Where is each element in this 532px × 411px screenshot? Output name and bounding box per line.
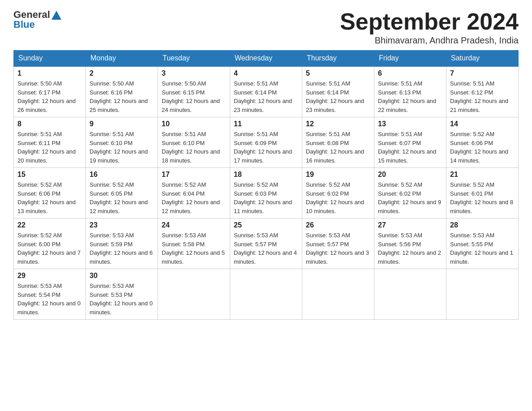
table-row: 2 Sunrise: 5:50 AM Sunset: 6:16 PM Dayli… <box>86 66 158 117</box>
day-info: Sunrise: 5:53 AM Sunset: 5:57 PM Dayligh… <box>306 231 370 266</box>
table-row: 27 Sunrise: 5:53 AM Sunset: 5:56 PM Dayl… <box>374 218 446 269</box>
day-number: 17 <box>162 171 226 179</box>
day-info: Sunrise: 5:52 AM Sunset: 6:05 PM Dayligh… <box>90 180 154 215</box>
table-row: 21 Sunrise: 5:52 AM Sunset: 6:01 PM Dayl… <box>446 168 519 218</box>
day-number: 7 <box>450 69 515 77</box>
day-number: 14 <box>450 120 515 128</box>
day-info: Sunrise: 5:53 AM Sunset: 5:58 PM Dayligh… <box>162 231 226 266</box>
day-number: 25 <box>234 221 298 229</box>
day-info: Sunrise: 5:53 AM Sunset: 5:54 PM Dayligh… <box>17 282 82 317</box>
calendar-week-row: 22 Sunrise: 5:52 AM Sunset: 6:00 PM Dayl… <box>14 218 519 269</box>
day-info: Sunrise: 5:52 AM Sunset: 6:01 PM Dayligh… <box>450 180 515 215</box>
day-number: 18 <box>234 171 298 179</box>
day-info: Sunrise: 5:52 AM Sunset: 6:06 PM Dayligh… <box>450 130 515 165</box>
table-row: 12 Sunrise: 5:51 AM Sunset: 6:08 PM Dayl… <box>302 117 374 168</box>
table-row: 9 Sunrise: 5:51 AM Sunset: 6:10 PM Dayli… <box>86 117 158 168</box>
day-info: Sunrise: 5:51 AM Sunset: 6:12 PM Dayligh… <box>450 79 515 114</box>
calendar-week-row: 29 Sunrise: 5:53 AM Sunset: 5:54 PM Dayl… <box>14 269 519 320</box>
day-info: Sunrise: 5:51 AM Sunset: 6:10 PM Dayligh… <box>162 130 226 165</box>
day-info: Sunrise: 5:52 AM Sunset: 6:06 PM Dayligh… <box>17 180 82 215</box>
day-info: Sunrise: 5:53 AM Sunset: 5:55 PM Dayligh… <box>450 231 515 266</box>
day-number: 21 <box>450 171 515 179</box>
calendar-week-row: 1 Sunrise: 5:50 AM Sunset: 6:17 PM Dayli… <box>14 66 519 117</box>
col-friday: Friday <box>374 51 446 67</box>
day-info: Sunrise: 5:53 AM Sunset: 5:57 PM Dayligh… <box>234 231 298 266</box>
table-row: 11 Sunrise: 5:51 AM Sunset: 6:09 PM Dayl… <box>230 117 302 168</box>
table-row: 8 Sunrise: 5:51 AM Sunset: 6:11 PM Dayli… <box>14 117 86 168</box>
header-row: Sunday Monday Tuesday Wednesday Thursday… <box>14 51 519 67</box>
table-row: 18 Sunrise: 5:52 AM Sunset: 6:03 PM Dayl… <box>230 168 302 218</box>
day-number: 5 <box>306 69 370 77</box>
day-number: 26 <box>306 221 370 229</box>
table-row: 20 Sunrise: 5:52 AM Sunset: 6:02 PM Dayl… <box>374 168 446 218</box>
calendar-week-row: 8 Sunrise: 5:51 AM Sunset: 6:11 PM Dayli… <box>14 117 519 168</box>
month-title: September 2024 <box>340 9 519 34</box>
table-row: 7 Sunrise: 5:51 AM Sunset: 6:12 PM Dayli… <box>446 66 519 117</box>
table-row <box>230 269 302 320</box>
table-row: 22 Sunrise: 5:52 AM Sunset: 6:00 PM Dayl… <box>14 218 86 269</box>
day-number: 6 <box>378 69 442 77</box>
day-info: Sunrise: 5:51 AM Sunset: 6:09 PM Dayligh… <box>234 130 298 165</box>
day-number: 13 <box>378 120 442 128</box>
day-number: 3 <box>162 69 226 77</box>
table-row: 29 Sunrise: 5:53 AM Sunset: 5:54 PM Dayl… <box>14 269 86 320</box>
table-row <box>446 269 519 320</box>
day-info: Sunrise: 5:51 AM Sunset: 6:14 PM Dayligh… <box>234 79 298 114</box>
day-info: Sunrise: 5:50 AM Sunset: 6:16 PM Dayligh… <box>90 79 154 114</box>
col-tuesday: Tuesday <box>158 51 230 67</box>
svg-marker-0 <box>51 11 61 20</box>
table-row: 1 Sunrise: 5:50 AM Sunset: 6:17 PM Dayli… <box>14 66 86 117</box>
day-number: 16 <box>90 171 154 179</box>
day-number: 2 <box>90 69 154 77</box>
table-row: 19 Sunrise: 5:52 AM Sunset: 6:02 PM Dayl… <box>302 168 374 218</box>
calendar-table: Sunday Monday Tuesday Wednesday Thursday… <box>13 50 519 320</box>
logo: General Blue <box>13 9 61 30</box>
day-number: 23 <box>90 221 154 229</box>
logo-triangle-icon <box>51 10 61 20</box>
day-number: 12 <box>306 120 370 128</box>
day-info: Sunrise: 5:52 AM Sunset: 6:02 PM Dayligh… <box>378 180 442 215</box>
page-header: General Blue September 2024 Bhimavaram, … <box>13 9 519 46</box>
table-row: 16 Sunrise: 5:52 AM Sunset: 6:05 PM Dayl… <box>86 168 158 218</box>
table-row: 26 Sunrise: 5:53 AM Sunset: 5:57 PM Dayl… <box>302 218 374 269</box>
table-row: 25 Sunrise: 5:53 AM Sunset: 5:57 PM Dayl… <box>230 218 302 269</box>
day-number: 30 <box>90 272 154 280</box>
col-wednesday: Wednesday <box>230 51 302 67</box>
table-row: 14 Sunrise: 5:52 AM Sunset: 6:06 PM Dayl… <box>446 117 519 168</box>
table-row <box>374 269 446 320</box>
day-number: 27 <box>378 221 442 229</box>
table-row: 4 Sunrise: 5:51 AM Sunset: 6:14 PM Dayli… <box>230 66 302 117</box>
table-row: 24 Sunrise: 5:53 AM Sunset: 5:58 PM Dayl… <box>158 218 230 269</box>
day-number: 24 <box>162 221 226 229</box>
day-number: 29 <box>17 272 82 280</box>
table-row: 13 Sunrise: 5:51 AM Sunset: 6:07 PM Dayl… <box>374 117 446 168</box>
day-info: Sunrise: 5:50 AM Sunset: 6:17 PM Dayligh… <box>17 79 82 114</box>
day-info: Sunrise: 5:53 AM Sunset: 5:59 PM Dayligh… <box>90 231 154 266</box>
day-info: Sunrise: 5:51 AM Sunset: 6:14 PM Dayligh… <box>306 79 370 114</box>
day-info: Sunrise: 5:50 AM Sunset: 6:15 PM Dayligh… <box>162 79 226 114</box>
day-number: 1 <box>17 69 82 77</box>
day-number: 20 <box>378 171 442 179</box>
table-row: 5 Sunrise: 5:51 AM Sunset: 6:14 PM Dayli… <box>302 66 374 117</box>
day-info: Sunrise: 5:51 AM Sunset: 6:11 PM Dayligh… <box>17 130 82 165</box>
day-number: 4 <box>234 69 298 77</box>
day-info: Sunrise: 5:53 AM Sunset: 5:56 PM Dayligh… <box>378 231 442 266</box>
calendar-week-row: 15 Sunrise: 5:52 AM Sunset: 6:06 PM Dayl… <box>14 168 519 218</box>
table-row: 3 Sunrise: 5:50 AM Sunset: 6:15 PM Dayli… <box>158 66 230 117</box>
title-block: September 2024 Bhimavaram, Andhra Prades… <box>340 9 519 46</box>
day-number: 22 <box>17 221 82 229</box>
table-row: 17 Sunrise: 5:52 AM Sunset: 6:04 PM Dayl… <box>158 168 230 218</box>
day-number: 10 <box>162 120 226 128</box>
col-saturday: Saturday <box>446 51 519 67</box>
col-monday: Monday <box>86 51 158 67</box>
table-row <box>302 269 374 320</box>
day-number: 15 <box>17 171 82 179</box>
day-number: 8 <box>17 120 82 128</box>
day-info: Sunrise: 5:52 AM Sunset: 6:00 PM Dayligh… <box>17 231 82 266</box>
day-info: Sunrise: 5:53 AM Sunset: 5:53 PM Dayligh… <box>90 282 154 317</box>
table-row: 30 Sunrise: 5:53 AM Sunset: 5:53 PM Dayl… <box>86 269 158 320</box>
table-row: 6 Sunrise: 5:51 AM Sunset: 6:13 PM Dayli… <box>374 66 446 117</box>
col-thursday: Thursday <box>302 51 374 67</box>
day-info: Sunrise: 5:51 AM Sunset: 6:10 PM Dayligh… <box>90 130 154 165</box>
day-info: Sunrise: 5:51 AM Sunset: 6:07 PM Dayligh… <box>378 130 442 165</box>
